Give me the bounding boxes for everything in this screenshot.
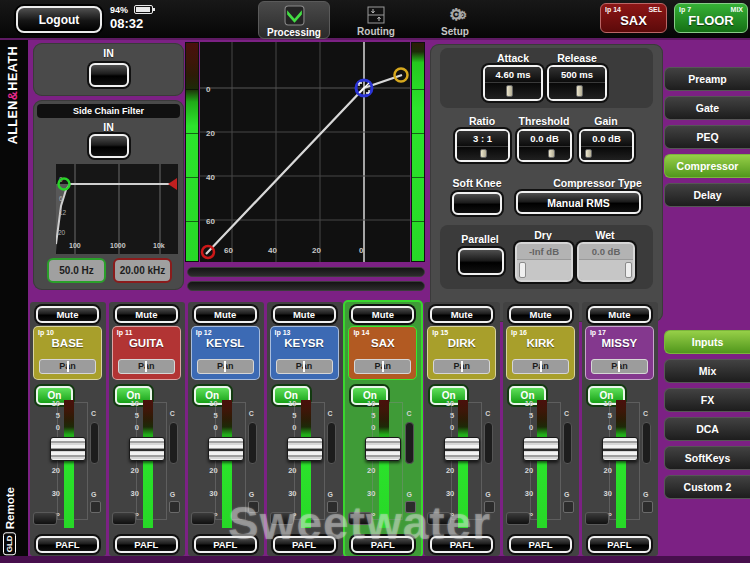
sidechain-in-button[interactable] — [89, 134, 129, 158]
parallel-label: Parallel — [448, 233, 512, 245]
bank-tab-custom-2[interactable]: Custom 2 — [664, 475, 750, 499]
compressor-type-button[interactable]: Manual RMS — [516, 191, 641, 214]
channel-strip-guita: Mute Ip 11 GUITA Pan On 10 5 0 20 30 ∞ — [109, 302, 185, 556]
fader-cap[interactable] — [208, 437, 244, 461]
fader-bottom-button[interactable] — [270, 512, 294, 525]
pan-control[interactable]: Pan — [39, 359, 96, 374]
selected-channel-button[interactable]: Ip 14 SEL SAX — [600, 3, 667, 33]
mute-button[interactable]: Mute — [194, 306, 257, 323]
wet-slider[interactable]: 0.0 dB — [577, 242, 635, 282]
fader-cap[interactable] — [365, 437, 401, 461]
channel-name-plate[interactable]: Ip 11 GUITA Pan — [112, 326, 181, 380]
lpf-handle[interactable] — [168, 178, 177, 190]
pafl-button[interactable]: PAFL — [273, 536, 336, 553]
attack-slider[interactable]: 4.60 ms — [483, 65, 543, 101]
bank-tabs: InputsMixFXDCASoftKeysCustom 2 — [664, 330, 750, 504]
fader-bottom-button[interactable] — [506, 512, 530, 525]
channel-ip-number: Ip 10 — [38, 329, 54, 336]
channel-meter — [379, 400, 389, 528]
fader-bottom-button[interactable] — [585, 512, 609, 525]
compressor-type-label: Compressor Type — [535, 177, 660, 189]
pafl-button[interactable]: PAFL — [430, 536, 493, 553]
fader-bottom-button[interactable] — [33, 512, 57, 525]
soft-knee-button[interactable] — [452, 192, 502, 215]
channel-name-plate[interactable]: Ip 14 SAX Pan — [348, 326, 417, 380]
dry-slider[interactable]: -Inf dB — [515, 242, 573, 282]
fader-cap[interactable] — [444, 437, 480, 461]
proc-tab-preamp[interactable]: Preamp — [664, 67, 750, 91]
insert-in-button[interactable] — [89, 63, 129, 87]
threshold-slider[interactable]: 0.0 dB — [517, 129, 572, 162]
sidechain-filter-graph[interactable]: 0 6 12 20 100 1000 10k — [56, 164, 178, 254]
mute-button[interactable]: Mute — [273, 306, 336, 323]
pan-control[interactable]: Pan — [197, 359, 254, 374]
bank-tab-fx[interactable]: FX — [664, 388, 750, 412]
channel-strips: Mute Ip 10 BASE Pan On 10 5 0 20 30 ∞ — [30, 302, 658, 556]
pan-slot — [405, 422, 414, 464]
proc-tab-delay[interactable]: Delay — [664, 183, 750, 207]
channel-name-plate[interactable]: Ip 12 KEYSL Pan — [191, 326, 260, 380]
channel-name-plate[interactable]: Ip 16 KIRK Pan — [506, 326, 575, 380]
proc-tab-gate[interactable]: Gate — [664, 96, 750, 120]
logout-button[interactable]: Logout — [16, 6, 102, 33]
hpf-freq-button[interactable]: 50.0 Hz — [47, 258, 106, 283]
pan-control[interactable]: Pan — [591, 359, 648, 374]
parallel-button[interactable] — [458, 248, 504, 275]
pan-slot — [169, 422, 178, 464]
compressor-transfer-graph[interactable]: 0 20 40 60 60 40 20 0 — [200, 42, 410, 262]
fader-cap[interactable] — [50, 437, 86, 461]
bank-tab-inputs[interactable]: Inputs — [664, 330, 750, 354]
fader-bottom-button[interactable] — [112, 512, 136, 525]
channel-name-plate[interactable]: Ip 10 BASE Pan — [33, 326, 102, 380]
pan-position-marker — [618, 361, 620, 372]
channel-name-plate[interactable]: Ip 13 KEYSR Pan — [270, 326, 339, 380]
mix-channel-button[interactable]: Ip 7 MIX FLOOR — [674, 3, 748, 33]
pan-control[interactable]: Pan — [433, 359, 490, 374]
proc-tab-peq[interactable]: PEQ — [664, 125, 750, 149]
pan-control[interactable]: Pan — [512, 359, 569, 374]
pafl-button[interactable]: PAFL — [115, 536, 178, 553]
fader-bottom-button[interactable] — [348, 512, 372, 525]
pan-control[interactable]: Pan — [276, 359, 333, 374]
bank-tab-mix[interactable]: Mix — [664, 359, 750, 383]
pan-control[interactable]: Pan — [354, 359, 411, 374]
gain-slider[interactable]: 0.0 dB — [579, 129, 634, 162]
mute-button[interactable]: Mute — [430, 306, 493, 323]
pafl-button[interactable]: PAFL — [194, 536, 257, 553]
selected-channel-tag: SEL — [648, 6, 662, 13]
proc-tab-compressor[interactable]: Compressor — [664, 154, 750, 178]
tab-processing[interactable]: Processing — [258, 1, 330, 39]
gain-indicator-label: G — [249, 491, 254, 498]
fader-cap[interactable] — [523, 437, 559, 461]
mute-button[interactable]: Mute — [115, 306, 178, 323]
channel-ip-number: Ip 16 — [511, 329, 527, 336]
pafl-button[interactable]: PAFL — [509, 536, 572, 553]
tab-setup[interactable]: ⚙⚙ Setup — [424, 1, 486, 39]
bank-tab-dca[interactable]: DCA — [664, 417, 750, 441]
lpf-freq-button[interactable]: 20.00 kHz — [113, 258, 172, 283]
channel-name-plate[interactable]: Ip 17 MISSY Pan — [585, 326, 654, 380]
mute-button[interactable]: Mute — [509, 306, 572, 323]
fader-bottom-button[interactable] — [191, 512, 215, 525]
bank-tab-softkeys[interactable]: SoftKeys — [664, 446, 750, 470]
fader-cap[interactable] — [602, 437, 638, 461]
pan-center-label: C — [564, 410, 569, 417]
mute-button[interactable]: Mute — [36, 306, 99, 323]
fader-cap[interactable] — [287, 437, 323, 461]
svg-text:100: 100 — [69, 242, 81, 249]
pan-control[interactable]: Pan — [118, 359, 175, 374]
fader-bottom-button[interactable] — [427, 512, 451, 525]
release-slider[interactable]: 500 ms — [547, 65, 607, 101]
pafl-button[interactable]: PAFL — [351, 536, 414, 553]
pafl-button[interactable]: PAFL — [588, 536, 651, 553]
pan-slot — [90, 422, 99, 464]
mute-button[interactable]: Mute — [588, 306, 651, 323]
channel-name: DIRK — [428, 337, 495, 349]
tab-routing[interactable]: Routing — [344, 1, 408, 39]
pafl-button[interactable]: PAFL — [36, 536, 99, 553]
channel-name-plate[interactable]: Ip 15 DIRK Pan — [427, 326, 496, 380]
mute-button[interactable]: Mute — [351, 306, 414, 323]
ratio-slider[interactable]: 3 : 1 — [455, 129, 510, 162]
fader-cap[interactable] — [129, 437, 165, 461]
svg-text:0: 0 — [206, 85, 211, 94]
